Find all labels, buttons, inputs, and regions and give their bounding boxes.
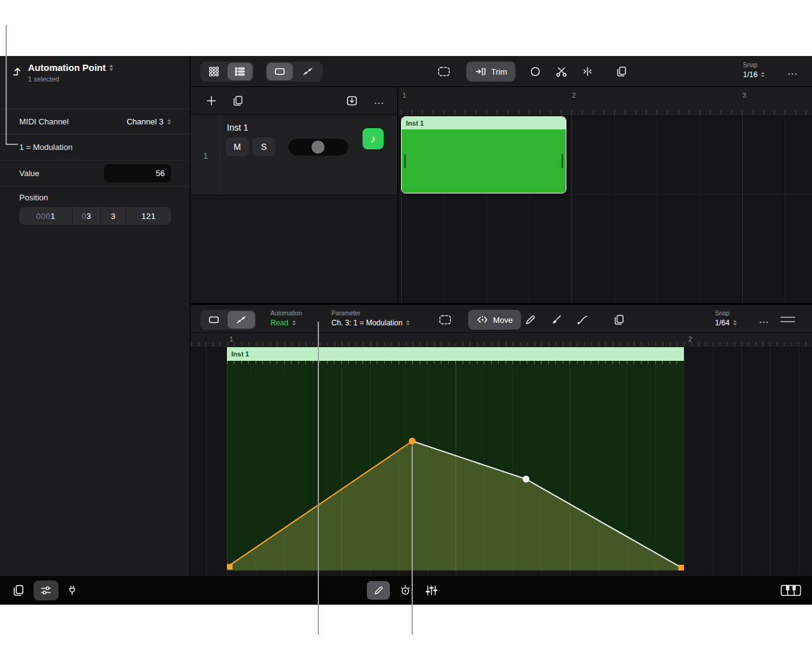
marquee-tool-button[interactable] (433, 62, 454, 81)
move-tool-button[interactable]: Move (468, 310, 521, 330)
position-tick-segment[interactable]: 121 (126, 207, 171, 225)
snap-value: 1/64 (715, 319, 729, 328)
solo-button[interactable]: S (252, 137, 275, 156)
mute-button[interactable]: M (226, 137, 249, 156)
snap-label: Snap (743, 62, 765, 69)
up-back-icon (11, 65, 24, 79)
play-surface-button[interactable] (778, 582, 803, 599)
timeline: 1 2 3 Inst 1 (399, 87, 812, 303)
automation-curve[interactable] (227, 361, 684, 570)
modulation-row[interactable]: 1 = Modulation (0, 134, 190, 160)
plug-icon (66, 584, 78, 597)
volume-slider[interactable] (288, 139, 348, 156)
value-input[interactable]: 56 (104, 164, 171, 182)
track-more-button[interactable]: … (369, 91, 389, 111)
track-number: 1 (191, 151, 220, 161)
editor-automation-button[interactable] (228, 311, 255, 328)
inspector-title-text: Automation Point (28, 62, 106, 73)
track-row[interactable]: 1 Inst 1 M S ♪ (191, 115, 397, 195)
automation-mode-button[interactable] (294, 63, 321, 80)
callout-line-automation-point (412, 445, 413, 635)
parameter-control[interactable]: Parameter Ch. 3: 1 = Modulation (331, 310, 410, 327)
brush-tool-button[interactable] (546, 310, 567, 330)
automation-region[interactable]: Inst 1 (227, 347, 684, 570)
chevron-up-down-icon (761, 72, 765, 77)
editor-more-button[interactable]: … (754, 310, 774, 330)
editor-bars-ruler[interactable]: 1 2 (191, 333, 812, 347)
loop-browser-icon (12, 584, 25, 597)
bar-number: 1 (402, 91, 406, 99)
regions-mode-button[interactable] (267, 63, 293, 80)
editor-regions-button[interactable] (201, 311, 226, 328)
tracks-toolbar: Trim (191, 56, 812, 87)
inspector-title[interactable]: Automation Point (28, 62, 113, 73)
edit-mode-group (265, 62, 323, 81)
more-options-button[interactable]: … (783, 62, 803, 81)
curve-tool-button[interactable] (572, 310, 593, 330)
tracks-canvas[interactable]: Inst 1 (399, 115, 812, 303)
add-track-button[interactable] (201, 91, 221, 111)
split-scissors-button[interactable] (551, 62, 572, 81)
control-bar-button[interactable] (34, 580, 58, 600)
move-label: Move (493, 315, 513, 325)
automation-mode-control[interactable]: Automation Read (270, 310, 302, 327)
curve-icon (576, 314, 589, 326)
editor-mode-group (200, 310, 256, 330)
bar-number: 1 (229, 335, 233, 343)
volume-slider-knob[interactable] (311, 141, 325, 154)
trim-handle-left[interactable] (404, 154, 406, 168)
automation-editor: Automation Read Parameter Ch. 3: 1 = Mod… (191, 303, 812, 576)
cycle-button[interactable] (525, 62, 546, 81)
track-list-view-button[interactable] (228, 63, 252, 80)
region-body[interactable] (402, 129, 566, 193)
pencil-icon (524, 314, 537, 326)
editor-canvas[interactable]: Inst 1 (191, 347, 812, 576)
instrument-button[interactable]: ♪ (362, 128, 384, 149)
position-beat-segment[interactable]: 03 (73, 207, 101, 225)
trim-handle-right[interactable] (561, 154, 563, 168)
dial-icon (399, 584, 412, 597)
plugins-button[interactable] (63, 582, 81, 599)
value-row: Value 56 (0, 160, 190, 186)
plus-icon (205, 95, 218, 107)
midi-channel-label: MIDI Channel (19, 117, 127, 126)
automation-label: Automation (270, 310, 302, 317)
split-at-playhead-button[interactable] (577, 62, 598, 81)
bar-number: 2 (572, 91, 576, 99)
position-bar-segment[interactable]: 0001 (19, 207, 73, 225)
region-icon (208, 314, 220, 326)
track-name[interactable]: Inst 1 (227, 123, 248, 133)
editor-marquee-button[interactable] (435, 310, 456, 330)
snap-control[interactable]: Snap 1/16 (743, 62, 765, 79)
snap-label: Snap (715, 310, 737, 317)
mixer-button[interactable] (422, 582, 441, 599)
screenshot-stage: Automation Point 1 selected MIDI Channel… (0, 0, 812, 647)
midi-channel-value[interactable]: Channel 3 (127, 117, 171, 126)
bars-ruler[interactable]: 1 2 3 (399, 87, 812, 115)
back-button[interactable] (9, 63, 26, 81)
inspector-subtitle: 1 selected (28, 75, 59, 83)
editor-toolbar: Automation Read Parameter Ch. 3: 1 = Mod… (191, 303, 812, 333)
pencil-tool-button[interactable] (520, 310, 541, 330)
marquee-icon (438, 314, 452, 326)
sliders-icon (40, 584, 52, 597)
editor-snap-control[interactable]: Snap 1/64 (715, 310, 737, 327)
track-header-column: … 1 Inst 1 M S ♪ (191, 87, 398, 303)
duplicate-track-button[interactable] (228, 91, 248, 111)
editor-resize-handle[interactable] (780, 314, 795, 325)
automation-icon (302, 65, 314, 78)
position-division-segment[interactable]: 3 (101, 207, 126, 225)
midi-channel-row[interactable]: MIDI Channel Channel 3 (0, 109, 190, 134)
region-icon (274, 65, 286, 78)
trim-tool-button[interactable]: Trim (466, 62, 515, 81)
import-track-button[interactable] (342, 91, 362, 111)
automation-lane[interactable] (227, 361, 684, 570)
grid-view-button[interactable] (201, 63, 226, 80)
midi-channel-value-text: Channel 3 (127, 117, 164, 126)
loop-browser-button[interactable] (10, 582, 27, 599)
midi-region[interactable]: Inst 1 (401, 116, 566, 193)
copy-paste-button[interactable] (611, 62, 632, 81)
edit-mode-button[interactable] (367, 581, 390, 600)
snap-value: 1/16 (743, 71, 757, 80)
editor-copy-button[interactable] (609, 310, 630, 330)
